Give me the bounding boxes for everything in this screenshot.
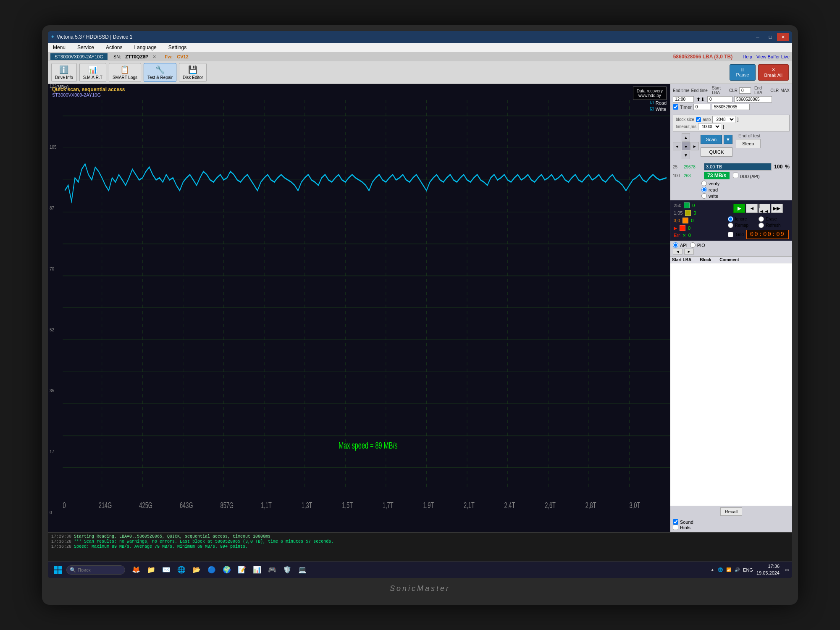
arrow-down[interactable]: ▼	[682, 151, 690, 159]
minimize-button[interactable]: ─	[752, 33, 764, 41]
block-size-select[interactable]: 2048 512 1024 4096	[712, 116, 735, 123]
taskbar-volume-icon[interactable]: 🔊	[735, 567, 740, 572]
timeout-select[interactable]: 10000 5000 15000 30000	[698, 123, 721, 130]
end-of-test-label: End of test	[738, 133, 761, 138]
pause-button[interactable]: ⏸ Pause	[730, 64, 755, 81]
end-time-label2: End time	[691, 88, 707, 93]
test-repair-button[interactable]: 🔧 Test & Repair	[144, 63, 176, 82]
screen: + Victoria 5.37 HDD/SSD | Device 1 ─ □ ✕…	[48, 31, 792, 578]
block-col: Block	[700, 257, 711, 262]
menu-language[interactable]: Language	[131, 44, 159, 51]
max-label: MAX	[780, 88, 790, 93]
recall-button[interactable]: Recall	[720, 507, 743, 516]
close-button[interactable]: ✕	[777, 33, 789, 41]
drive-info-label: Drive Info	[55, 75, 73, 80]
err-red-count: 0	[688, 226, 690, 231]
prev-button[interactable]: ◄	[746, 204, 758, 213]
sound-checkbox[interactable]	[673, 519, 678, 525]
sleep-button[interactable]: Sleep	[736, 139, 761, 148]
taskbar-icon-shield[interactable]: 🛡️	[281, 563, 294, 577]
taskbar-icon-mail[interactable]: ✉️	[160, 563, 173, 577]
scan-button[interactable]: Scan	[701, 135, 722, 144]
menu-service[interactable]: Service	[75, 44, 97, 51]
menu-menu[interactable]: Menu	[50, 44, 68, 51]
close-drive-icon[interactable]: ✕	[152, 54, 156, 60]
taskbar-icon-pc[interactable]: 💻	[296, 563, 309, 577]
timer-end-input[interactable]	[712, 104, 750, 110]
ignore-radio[interactable]	[728, 216, 733, 222]
small-nav-right[interactable]: ►	[684, 249, 694, 255]
arrow-left[interactable]: ◄	[673, 142, 681, 150]
smart-button[interactable]: 📊 S.M.A.R.T	[79, 63, 106, 82]
read-write-options: verify read write	[701, 181, 790, 199]
erase-radio[interactable]	[759, 216, 764, 222]
refresh-radio[interactable]	[759, 223, 764, 228]
drive-tab[interactable]: ST3000VX009-2AY10G	[50, 53, 108, 60]
break-all-button[interactable]: ✕ Break All	[758, 64, 789, 81]
menu-actions[interactable]: Actions	[103, 44, 125, 51]
arrow-right[interactable]: ►	[690, 142, 699, 150]
hints-checkbox[interactable]	[673, 525, 678, 530]
arrow-up[interactable]: ▲	[682, 133, 690, 142]
taskbar-icon-game[interactable]: 🎮	[265, 563, 279, 577]
clr-btn1[interactable]: CLR	[729, 88, 738, 93]
read-label: read	[709, 187, 718, 192]
read-radio[interactable]	[701, 187, 707, 192]
small-nav-left[interactable]: ◄	[673, 249, 682, 255]
taskbar-icon-excel[interactable]: 📊	[250, 563, 264, 577]
ignore-option: Ignore	[728, 216, 758, 222]
view-buffer-btn[interactable]: View Buffer Live	[756, 54, 790, 59]
menu-settings[interactable]: Settings	[166, 44, 189, 51]
arrow-center[interactable]: ●	[682, 142, 690, 150]
pio-option: PIO	[690, 242, 705, 248]
log-time-2: 17:36:28	[51, 539, 71, 544]
search-container: 🔍	[66, 565, 125, 575]
empty-cell-bl	[673, 151, 681, 159]
help-link[interactable]: Help	[743, 54, 752, 59]
remap-radio[interactable]	[728, 223, 733, 228]
maximize-button[interactable]: □	[764, 33, 776, 41]
skip-prev-button[interactable]: |◄◄	[759, 204, 770, 213]
clr-value-input[interactable]	[739, 87, 751, 94]
nav-section: ▶ ◄ |◄◄ ▶▶| Ignore	[728, 202, 789, 239]
taskbar-desktop-btn[interactable]: ▭	[783, 567, 789, 572]
pio-radio[interactable]	[690, 242, 696, 248]
size-3tb-text: 3,00 TB	[706, 164, 722, 169]
grid-checkbox[interactable]	[728, 232, 733, 237]
disk-editor-button[interactable]: 💾 Disk Editor	[179, 63, 207, 82]
auto-checkbox[interactable]	[696, 117, 701, 122]
clr-btn2[interactable]: CLR	[770, 88, 779, 93]
taskbar-icon-edge[interactable]: 🌐	[175, 563, 188, 577]
verify-radio[interactable]	[701, 181, 707, 186]
taskbar-time: 17:36	[756, 563, 780, 570]
api-radio[interactable]	[673, 242, 678, 248]
skip-next-button[interactable]: ▶▶|	[771, 204, 783, 213]
log-line-1: 17:29:30 Starting Reading, LBA=0..586052…	[51, 534, 789, 539]
taskbar-icon-globe[interactable]: 🌍	[220, 563, 234, 577]
timer-value-input[interactable]	[693, 104, 710, 110]
write-radio[interactable]	[701, 193, 707, 199]
hints-label: Hints	[680, 525, 690, 530]
taskbar-up-arrow[interactable]: ▲	[710, 567, 714, 572]
drive-info-button[interactable]: ℹ️ Drive Info	[51, 63, 77, 82]
quick-button[interactable]: QUICK	[701, 147, 732, 157]
timer-checkbox[interactable]	[673, 104, 678, 110]
err-3_0-count: 0	[691, 218, 693, 223]
play-button[interactable]: ▶	[733, 204, 745, 213]
end-time-input[interactable]	[673, 96, 694, 102]
taskbar-icon-browser[interactable]: 🦊	[129, 563, 143, 577]
taskbar-icon-circle[interactable]: 🔵	[205, 563, 218, 577]
taskbar-icon-folder[interactable]: 📂	[190, 563, 203, 577]
scan-dropdown-button[interactable]: ▼	[724, 135, 732, 144]
smart-logs-button[interactable]: 📋 SMART Logs	[109, 63, 141, 82]
monitor: + Victoria 5.37 HDD/SSD | Device 1 ─ □ ✕…	[42, 25, 798, 605]
smart-label: S.M.A.R.T	[83, 75, 102, 80]
windows-start-button[interactable]	[51, 563, 65, 577]
sound-row: Sound	[673, 519, 790, 525]
taskbar-icon-files[interactable]: 📁	[144, 563, 158, 577]
taskbar-icon-word[interactable]: 📝	[235, 563, 249, 577]
ddd-api-checkbox[interactable]	[733, 173, 738, 178]
progress-row-25: 25 29678 3,00 TB 100 %	[673, 163, 790, 171]
start-lba-input[interactable]	[707, 96, 732, 102]
end-lba-input[interactable]	[734, 96, 772, 102]
